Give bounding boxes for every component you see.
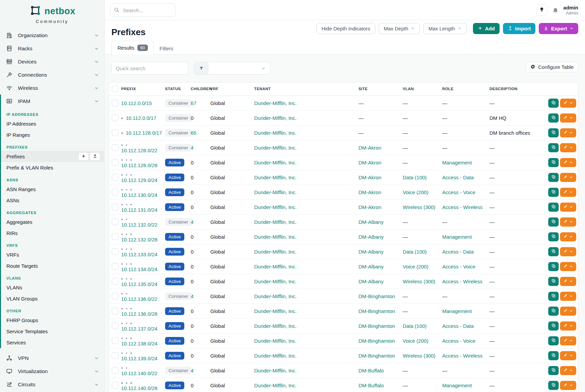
prefix-link[interactable]: 10.112.139.0/24 xyxy=(121,356,157,361)
column-header-status[interactable]: STATUS xyxy=(165,82,191,96)
hide-depth-indicators-button[interactable]: Hide Depth Indicators xyxy=(316,23,375,34)
vlan-link[interactable]: Wireless (300) xyxy=(403,279,435,284)
import-button[interactable]: Import xyxy=(503,23,536,34)
tenant-link[interactable]: Dunder-Mifflin, Inc. xyxy=(254,204,297,210)
tenant-link[interactable]: Dunder-Mifflin, Inc. xyxy=(254,175,297,180)
site-link[interactable]: DM-Akron xyxy=(358,204,381,210)
prefix-link[interactable]: 10.112.128.0/28 xyxy=(121,162,157,168)
sidebar-item-rirs[interactable]: RIRs xyxy=(1,228,104,239)
vlan-link[interactable]: Data (100) xyxy=(403,323,427,329)
row-checkbox[interactable] xyxy=(112,308,118,314)
site-link[interactable]: DM-Albany xyxy=(358,234,383,240)
notifications-bell-icon[interactable] xyxy=(552,7,559,14)
row-checkbox[interactable] xyxy=(112,100,118,106)
prefix-link[interactable]: 10.112.0.0/17 xyxy=(126,115,157,121)
children-count-link[interactable]: 67 xyxy=(191,100,196,106)
tenant-link[interactable]: Dunder-Mifflin, Inc. xyxy=(254,100,297,106)
prefix-link[interactable]: 10.112.134.0/24 xyxy=(121,266,157,272)
prefix-link[interactable]: 10.112.133.0/24 xyxy=(121,252,157,257)
row-checkbox[interactable] xyxy=(112,278,118,285)
edit-button[interactable] xyxy=(560,158,576,167)
tenant-link[interactable]: Dunder-Mifflin, Inc. xyxy=(254,219,297,225)
tenant-link[interactable]: Dunder-Mifflin, Inc. xyxy=(254,145,297,151)
quick-search-input[interactable] xyxy=(111,62,188,75)
children-count-link[interactable]: 65 xyxy=(191,130,196,136)
prefix-link[interactable]: 10.112.136.0/22 xyxy=(121,296,157,302)
tab-filters[interactable]: Filters xyxy=(154,42,179,55)
tenant-link[interactable]: Dunder-Mifflin, Inc. xyxy=(254,160,297,165)
prefix-link[interactable]: 10.112.135.0/24 xyxy=(121,281,157,287)
column-header-children[interactable]: CHILDREN xyxy=(191,82,210,96)
site-link[interactable]: DM-Binghamton xyxy=(358,308,395,314)
site-link[interactable]: DM-Akron xyxy=(358,189,381,195)
site-link[interactable]: DM-Akron xyxy=(358,160,381,165)
tenant-link[interactable]: Dunder-Mifflin, Inc. xyxy=(254,308,297,314)
add-prefix-button[interactable] xyxy=(78,152,89,161)
sidebar-item-prefixes[interactable]: Prefixes xyxy=(1,151,104,162)
sidebar-item-fhrp-groups[interactable]: FHRP Groups xyxy=(1,315,104,326)
role-link[interactable]: Access - Voice xyxy=(442,338,475,344)
tenant-link[interactable]: Dunder-Mifflin, Inc. xyxy=(254,279,297,284)
tenant-link[interactable]: Dunder-Mifflin, Inc. xyxy=(254,189,297,195)
prefix-link[interactable]: 10.112.0.0/15 xyxy=(121,100,152,106)
select-all-checkbox[interactable] xyxy=(112,85,118,92)
tenant-link[interactable]: Dunder-Mifflin, Inc. xyxy=(254,338,297,344)
tenant-link[interactable]: Dunder-Mifflin, Inc. xyxy=(254,368,297,373)
prefix-link[interactable]: 10.112.130.0/24 xyxy=(121,192,157,198)
copy-button[interactable] xyxy=(548,336,559,345)
row-checkbox[interactable] xyxy=(112,174,118,181)
search-input[interactable] xyxy=(110,3,176,17)
sidebar-item-aggregates[interactable]: Aggregates xyxy=(1,216,104,228)
sidebar-item-ip-ranges[interactable]: IP Ranges xyxy=(1,129,104,140)
children-count-link[interactable]: 4 xyxy=(191,219,193,225)
tenant-link[interactable]: Dunder-Mifflin, Inc. xyxy=(254,264,297,269)
add-button[interactable]: Add xyxy=(473,23,500,34)
site-link[interactable]: DM-Binghamton xyxy=(358,338,395,344)
sidebar-item-vrfs[interactable]: VRFs xyxy=(1,249,104,260)
copy-button[interactable] xyxy=(548,277,559,286)
copy-button[interactable] xyxy=(548,351,559,360)
site-link[interactable]: DM-Akron xyxy=(358,175,381,180)
column-header-tenant[interactable]: TENANT xyxy=(254,82,358,96)
prefix-link[interactable]: 10.112.132.0/28 xyxy=(121,237,157,242)
row-checkbox[interactable] xyxy=(112,129,118,136)
vlan-link[interactable]: Voice (200) xyxy=(403,264,428,269)
sidebar-item-wireless[interactable]: Wireless xyxy=(0,81,104,95)
prefix-link[interactable]: 10.112.140.0/28 xyxy=(121,385,157,391)
role-link[interactable]: Management xyxy=(442,383,472,388)
role-link[interactable]: Access - Data xyxy=(442,249,474,255)
row-checkbox[interactable] xyxy=(112,248,118,255)
role-link[interactable]: Management xyxy=(442,160,472,165)
column-header-role[interactable]: ROLE xyxy=(442,82,489,96)
sidebar-item-asn-ranges[interactable]: ASN Ranges xyxy=(1,184,104,195)
tenant-link[interactable]: Dunder-Mifflin, Inc. xyxy=(254,293,297,299)
role-link[interactable]: Access - Data xyxy=(442,175,474,180)
max-depth-dropdown[interactable]: Max Depth xyxy=(379,23,420,34)
sidebar-item-organization[interactable]: Organization xyxy=(0,29,104,42)
row-checkbox[interactable] xyxy=(112,367,118,374)
tab-results[interactable]: Results 90 xyxy=(111,41,154,55)
row-checkbox[interactable] xyxy=(112,233,118,240)
vlan-link[interactable]: Wireless (300) xyxy=(403,204,435,210)
import-prefix-button[interactable] xyxy=(90,152,100,161)
vlan-link[interactable]: Data (100) xyxy=(403,175,427,180)
tenant-link[interactable]: Dunder-Mifflin, Inc. xyxy=(254,249,297,255)
edit-button[interactable] xyxy=(560,277,576,286)
column-header-vlan[interactable]: VLAN xyxy=(403,82,442,96)
site-link[interactable]: DM-Albany xyxy=(358,264,383,269)
sidebar-item-devices[interactable]: Devices xyxy=(0,55,104,68)
sidebar-item-route-targets[interactable]: Route Targets xyxy=(1,260,104,271)
site-link[interactable]: DM-Albany xyxy=(358,219,383,225)
row-checkbox[interactable] xyxy=(112,144,118,151)
sidebar-item-virtualization[interactable]: Virtualization xyxy=(0,365,104,378)
role-link[interactable]: Access - Voice xyxy=(442,264,475,269)
edit-button[interactable] xyxy=(560,351,576,360)
sidebar-item-service-templates[interactable]: Service Templates xyxy=(1,326,104,337)
edit-button[interactable] xyxy=(560,217,576,227)
vlan-link[interactable]: Voice (200) xyxy=(403,338,428,344)
copy-button[interactable] xyxy=(548,158,559,167)
column-header-prefix[interactable]: PREFIX xyxy=(121,82,165,96)
user-menu[interactable]: admin Admin xyxy=(563,5,578,16)
vlan-link[interactable]: Data (100) xyxy=(403,249,427,255)
tenant-link[interactable]: Dunder-Mifflin, Inc. xyxy=(254,323,297,329)
